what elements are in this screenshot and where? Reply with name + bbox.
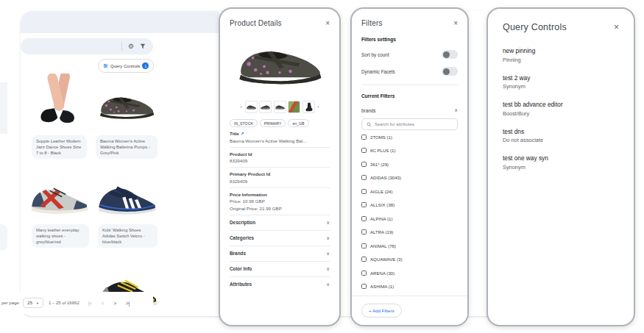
query-control-item[interactable]: test dns Do not associate (503, 128, 619, 144)
product-image-ballerina-pumps[interactable] (96, 85, 158, 125)
query-controls-button[interactable]: Query Controls 1 (98, 59, 154, 73)
checkbox[interactable] (361, 271, 367, 276)
facet-option-row[interactable]: ASHIMA (1) (361, 280, 458, 290)
close-icon[interactable]: × (325, 20, 330, 27)
query-control-item[interactable]: test bb advance editor Boost/Bury (503, 101, 619, 117)
facet-name: brands (361, 108, 376, 113)
checkbox[interactable] (361, 175, 367, 180)
close-icon[interactable]: × (453, 20, 458, 27)
thumbnail[interactable] (288, 101, 300, 113)
chevron-down-icon: ∨ (326, 251, 330, 257)
facet-option-row[interactable]: ANIMAL (78) (361, 239, 458, 253)
chevron-down-icon: ∨ (326, 266, 330, 272)
tune-icon (103, 63, 108, 68)
close-icon[interactable]: × (614, 23, 619, 32)
checkbox[interactable] (361, 229, 367, 234)
per-page-label: per page: (1, 301, 20, 305)
field-label-text: Title (230, 131, 239, 136)
facet-option-row[interactable]: 361° (29) (361, 157, 458, 171)
product-card[interactable]: Kids' Walking Shoes Adidas Switch Velcro… (98, 224, 158, 248)
product-card[interactable]: Baoma Women's Active Walking Ballerina P… (96, 135, 158, 159)
facet-option-row[interactable]: 8C PLUS (1) (361, 144, 458, 158)
checkbox[interactable] (361, 257, 367, 262)
facet-option-row[interactable]: AIGLE (24) (361, 185, 458, 198)
checkbox[interactable] (361, 284, 367, 289)
facet-option-row[interactable]: ALLSIX (38) (361, 198, 458, 212)
carousel-next-icon[interactable]: › (316, 104, 320, 110)
checkbox[interactable] (361, 148, 367, 153)
external-link-icon[interactable]: ↗ (241, 131, 244, 136)
checkbox[interactable] (361, 216, 367, 221)
product-image-jazz-shoes[interactable] (33, 74, 86, 132)
app-header-band (21, 11, 219, 33)
facet-option-label: 2TOMS (1) (370, 135, 392, 140)
accordion-label: Color Info (230, 266, 252, 271)
add-filters-button[interactable]: + Add Filters (361, 304, 402, 318)
facet-option-label: 361° (29) (370, 162, 389, 167)
last-page-icon[interactable]: >| (126, 301, 130, 306)
facet-option-label: 8C PLUS (1) (370, 148, 396, 153)
product-card[interactable]: Supple Leather Modern Jazz Dance Shoes S… (32, 135, 87, 159)
first-page-icon[interactable]: |< (88, 301, 92, 306)
facet-option-label: ANIMAL (78) (370, 243, 396, 248)
carousel-prev-icon[interactable]: ‹ (239, 104, 243, 110)
accordion-color-info[interactable]: Color Info ∨ (230, 262, 330, 276)
tag-chip: IN_STOCK (230, 119, 258, 127)
facet-option-label: AQUAWAVE (3) (370, 257, 402, 262)
facet-option-row[interactable]: ADIDAS (3043) (361, 171, 458, 185)
facet-option-row[interactable]: AQUAWAVE (3) (361, 253, 458, 267)
filter-funnel-icon[interactable] (140, 43, 146, 49)
checkbox[interactable] (361, 202, 367, 207)
facet-option-row[interactable]: ALPINA (1) (361, 212, 458, 226)
facet-option-row[interactable]: ARENA (30) (361, 266, 458, 280)
filters-panel: Filters × Filters settings Sort by count… (350, 7, 469, 326)
thumbnail[interactable] (274, 101, 286, 113)
query-control-item[interactable]: new pinning Pinning (503, 47, 619, 63)
gear-icon[interactable]: ⚙ (128, 43, 134, 50)
sort-by-count-toggle[interactable] (442, 50, 458, 59)
facet-option-label: ADIDAS (3043) (370, 175, 401, 180)
query-control-item[interactable]: test one way syn Synonym (503, 154, 619, 171)
panel-title: Filters (361, 19, 383, 27)
panel-title: Product Details (230, 19, 282, 27)
tag-chip: PRIMARY (260, 119, 286, 127)
facet-option-label: ASHIMA (1) (370, 284, 394, 289)
accordion-description[interactable]: Description ∨ (230, 215, 330, 230)
product-image-navy-velcro-sneaker[interactable] (96, 175, 158, 218)
accordion-categories[interactable]: Categories ∨ (230, 231, 330, 246)
facet-option-row[interactable]: 2TOMS (1) (361, 130, 458, 144)
facet-search-input[interactable] (375, 122, 453, 126)
next-page-icon[interactable]: > (113, 301, 116, 306)
panel-title: Query Controls (503, 22, 567, 32)
cut-product-image (0, 197, 7, 216)
accordion-attributes[interactable]: Attributes ∨ (230, 277, 330, 292)
facet-option-row[interactable]: ALTRA (19) (361, 226, 458, 240)
title-field: Title ↗ Baoma Women's Active Walking Bal… (230, 131, 330, 148)
thumbnail[interactable] (245, 101, 258, 113)
prev-page-icon[interactable]: < (102, 301, 105, 306)
checkbox[interactable] (361, 243, 367, 248)
product-caption: Many leather everyday walking shoes - gr… (36, 228, 79, 244)
query-controls-badge: 1 (142, 62, 149, 69)
dynamic-facets-toggle[interactable] (442, 67, 458, 76)
facet-option-label: AIGLE (24) (370, 189, 392, 194)
checkbox[interactable] (361, 135, 367, 140)
original-price-value: Original Price: 21.99 GBP (230, 206, 330, 211)
accordion-brands[interactable]: Brands ∨ (230, 246, 330, 261)
divider (361, 85, 458, 85)
product-card[interactable]: Many leather everyday walking shoes - gr… (32, 224, 89, 248)
checkbox[interactable] (361, 189, 367, 194)
facet-brands-header[interactable]: brands ∧ (361, 107, 458, 113)
thumbnail[interactable] (302, 101, 315, 113)
query-control-item[interactable]: test 2 way Synonym (503, 74, 619, 90)
facet-search-box[interactable] (361, 118, 458, 130)
dynamic-facets-row: Dynamic Facets (361, 67, 458, 76)
checkbox[interactable] (361, 162, 367, 167)
page-size-select[interactable]: 25 ▼ (23, 298, 43, 308)
product-id-field: Product Id 8329409 (230, 151, 330, 168)
field-label: Primary Product Id (230, 171, 330, 176)
search-bar[interactable]: ⚙ (21, 38, 153, 54)
current-filters-header: Current Filters (361, 93, 458, 99)
product-image-grey-red-sneaker[interactable] (29, 175, 90, 218)
thumbnail[interactable] (259, 101, 272, 113)
